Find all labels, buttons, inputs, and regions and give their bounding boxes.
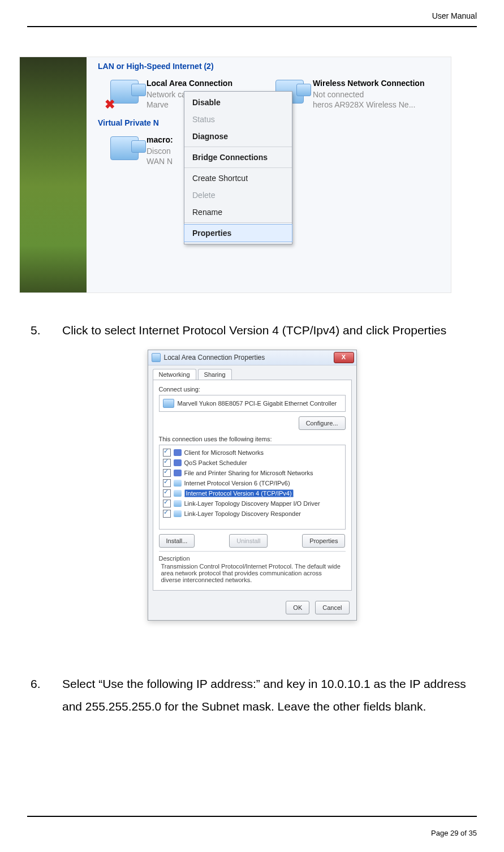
checkbox-icon[interactable] (163, 449, 171, 457)
connection-title-vpn: macro: (147, 135, 173, 144)
menu-item-status[interactable]: Status (184, 111, 292, 128)
checkbox-icon[interactable] (163, 469, 171, 477)
connection-status-wifi: Not connected (313, 90, 364, 99)
list-item-label: Link-Layer Topology Discovery Mapper I/O… (184, 500, 320, 507)
dialog-titlebar: Local Area Connection Properties X (148, 350, 356, 365)
adapter-name: Marvell Yukon 88E8057 PCI-E Gigabit Ethe… (178, 400, 337, 407)
description-group: Description Transmission Control Protoco… (159, 551, 346, 584)
group-header-lan: LAN or High-Speed Internet (2) (98, 62, 214, 71)
menu-separator (184, 147, 292, 147)
step-number: 5. (46, 319, 62, 342)
step-5: 5.Click to select Internet Protocol Vers… (46, 319, 477, 342)
tab-sharing[interactable]: Sharing (198, 369, 232, 380)
vista-sidebar-strip (20, 57, 87, 292)
connection-adapter-vpn: WAN N (147, 157, 173, 166)
cancel-button[interactable]: Cancel (315, 601, 349, 614)
connect-using-label: Connect using: (159, 386, 346, 393)
protocol-icon (174, 510, 182, 517)
step-6: 6.Select “Use the following IP address:”… (46, 673, 477, 718)
checkbox-icon[interactable] (163, 500, 171, 507)
network-adapter-icon (110, 136, 139, 160)
error-x-icon: ✖ (105, 99, 116, 110)
item-buttons-row: Install... Uninstall Properties (159, 534, 346, 548)
figure-network-connections: LAN or High-Speed Internet (2) ✖ Local A… (19, 57, 451, 293)
connection-status-vpn: Discon (147, 147, 171, 156)
install-button[interactable]: Install... (159, 534, 195, 548)
service-icon (174, 449, 182, 456)
list-item-label: Link-Layer Topology Discovery Responder (184, 510, 301, 517)
dialog-tabs: Networking Sharing (148, 365, 356, 380)
list-item-label: Client for Microsoft Networks (184, 449, 264, 456)
configure-button[interactable]: Configure... (299, 416, 346, 430)
page: User Manual LAN or High-Speed Internet (… (0, 0, 504, 852)
connection-items-list[interactable]: Client for Microsoft Networks QoS Packet… (159, 445, 346, 530)
checkbox-icon[interactable] (163, 459, 171, 467)
list-item[interactable]: Client for Microsoft Networks (162, 447, 343, 458)
items-label: This connection uses the following items… (159, 436, 346, 442)
menu-item-disable[interactable]: Disable (184, 94, 292, 111)
menu-separator (184, 222, 292, 223)
dialog-footer: OK Cancel (148, 595, 356, 620)
page-number: Page 29 of 35 (431, 829, 477, 837)
description-text: Transmission Control Protocol/Internet P… (159, 562, 346, 584)
protocol-icon (174, 490, 182, 497)
list-item[interactable]: Internet Protocol Version 6 (TCP/IPv6) (162, 478, 343, 488)
menu-item-delete[interactable]: Delete (184, 187, 292, 204)
header-title: User Manual (432, 11, 477, 20)
list-item-label: QoS Packet Scheduler (184, 459, 247, 466)
protocol-icon (174, 480, 182, 487)
list-item-label: File and Printer Sharing for Microsoft N… (184, 470, 313, 476)
step-text: Select “Use the following IP address:” a… (62, 677, 466, 713)
menu-separator (184, 167, 292, 168)
nic-icon (163, 399, 174, 408)
menu-item-bridge[interactable]: Bridge Connections (184, 149, 292, 166)
service-icon (174, 470, 182, 476)
list-item-label: Internet Protocol Version 6 (TCP/IPv6) (184, 480, 290, 487)
checkbox-icon[interactable] (163, 479, 171, 487)
dialog-body: Connect using: Marvell Yukon 88E8057 PCI… (153, 380, 352, 591)
step-number: 6. (46, 673, 62, 695)
list-item-selected[interactable]: Internet Protocol Version 4 (TCP/IPv4) (162, 488, 343, 498)
menu-item-diagnose[interactable]: Diagnose (184, 128, 292, 145)
list-item[interactable]: QoS Packet Scheduler (162, 458, 343, 468)
dialog-shield-icon (152, 353, 161, 362)
menu-item-rename[interactable]: Rename (184, 204, 292, 221)
tab-networking[interactable]: Networking (153, 369, 196, 380)
list-item[interactable]: Link-Layer Topology Discovery Mapper I/O… (162, 498, 343, 509)
menu-item-shortcut[interactable]: Create Shortcut (184, 170, 292, 187)
connection-adapter-lan: Marve (147, 100, 169, 109)
step-text: Click to select Internet Protocol Versio… (62, 324, 446, 337)
connection-title-lan: Local Area Connection (147, 79, 232, 88)
context-menu: Disable Status Diagnose Bridge Connectio… (184, 91, 292, 244)
close-button[interactable]: X (334, 352, 354, 363)
connection-adapter-wifi: heros AR928X Wireless Ne... (313, 100, 415, 109)
top-rule (27, 26, 477, 27)
dialog-title: Local Area Connection Properties (164, 354, 265, 362)
content: LAN or High-Speed Internet (2) ✖ Local A… (27, 57, 477, 718)
service-icon (174, 459, 182, 466)
figure-connection-properties-dialog: Local Area Connection Properties X Netwo… (148, 350, 357, 621)
connection-title-wifi: Wireless Network Connection (313, 79, 424, 88)
list-item[interactable]: File and Printer Sharing for Microsoft N… (162, 468, 343, 478)
properties-button[interactable]: Properties (302, 534, 345, 548)
checkbox-icon[interactable] (163, 489, 171, 497)
uninstall-button[interactable]: Uninstall (229, 534, 268, 548)
checkbox-icon[interactable] (163, 510, 171, 518)
group-header-vpn: Virtual Private N (98, 118, 159, 127)
ok-button[interactable]: OK (286, 601, 309, 614)
protocol-icon (174, 500, 182, 507)
menu-item-properties[interactable]: Properties (184, 225, 292, 242)
list-item-label: Internet Protocol Version 4 (TCP/IPv4) (184, 489, 294, 497)
description-label: Description (159, 555, 346, 562)
adapter-box: Marvell Yukon 88E8057 PCI-E Gigabit Ethe… (159, 395, 346, 412)
bottom-rule (27, 816, 477, 817)
list-item[interactable]: Link-Layer Topology Discovery Responder (162, 509, 343, 519)
